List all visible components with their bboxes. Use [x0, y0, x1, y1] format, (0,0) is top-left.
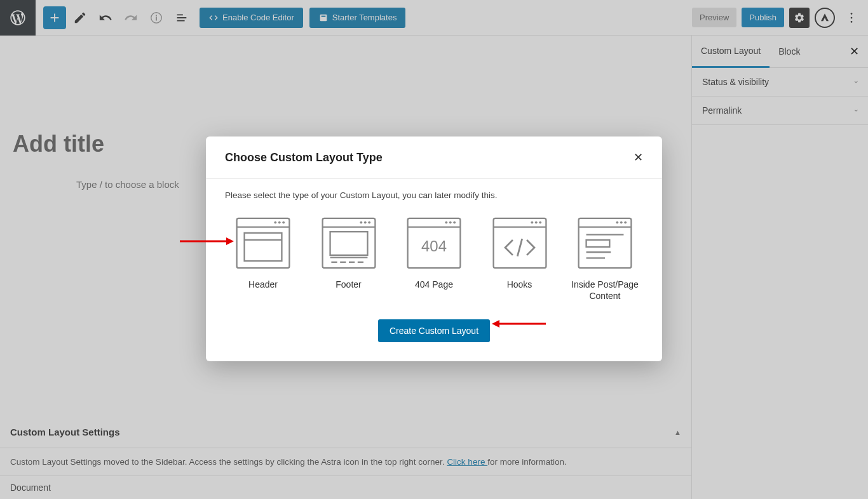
svg-point-14: [363, 222, 366, 224]
custom-layout-modal: Choose Custom Layout Type ✕ Please selec…: [206, 136, 662, 361]
layout-option-inside-content[interactable]: Inside Post/Page Content: [567, 215, 643, 302]
layout-option-label: 404 Page: [396, 279, 472, 290]
annotation-arrow-create: [492, 317, 549, 333]
layout-option-404[interactable]: 404 404 Page: [396, 215, 472, 302]
svg-rect-17: [330, 232, 367, 255]
svg-line-34: [517, 239, 522, 256]
create-custom-layout-button[interactable]: Create Custom Layout: [378, 319, 490, 342]
svg-text:404: 404: [421, 237, 447, 255]
layout-option-label: Hooks: [482, 279, 558, 290]
modal-header: Choose Custom Layout Type ✕: [206, 136, 662, 179]
svg-rect-10: [245, 233, 282, 261]
modal-body: Please select the type of your Custom La…: [206, 179, 662, 361]
footer-layout-icon: [320, 215, 378, 271]
svg-point-37: [620, 222, 623, 224]
layout-option-label: Inside Post/Page Content: [567, 279, 643, 302]
modal-title: Choose Custom Layout Type: [225, 151, 383, 164]
svg-rect-41: [587, 240, 610, 247]
annotation-arrow-header: [177, 235, 234, 250]
svg-point-9: [274, 222, 276, 224]
svg-point-38: [624, 222, 627, 224]
header-layout-icon: [234, 215, 292, 271]
svg-marker-45: [226, 237, 234, 245]
svg-point-16: [360, 222, 362, 224]
modal-close-button[interactable]: ✕: [634, 150, 643, 164]
svg-point-26: [453, 222, 456, 224]
svg-point-8: [282, 222, 285, 224]
inside-content-layout-icon: [576, 215, 634, 271]
layout-option-header[interactable]: Header: [225, 215, 301, 302]
svg-point-15: [368, 222, 370, 224]
modal-description: Please select the type of your Custom La…: [225, 190, 643, 200]
svg-rect-29: [493, 218, 546, 268]
404-layout-icon: 404: [405, 215, 463, 271]
layout-option-hooks[interactable]: Hooks: [482, 215, 558, 302]
svg-marker-47: [492, 320, 499, 328]
svg-point-25: [449, 222, 452, 224]
svg-point-27: [445, 222, 447, 224]
layout-option-footer[interactable]: Footer: [311, 215, 387, 302]
layout-option-label: Header: [225, 279, 301, 290]
svg-point-31: [534, 222, 537, 224]
svg-point-7: [278, 222, 281, 224]
svg-point-32: [539, 222, 541, 224]
modal-overlay: Choose Custom Layout Type ✕ Please selec…: [0, 0, 868, 499]
svg-point-39: [616, 222, 618, 224]
layout-options: Header Footer: [225, 215, 643, 302]
svg-point-33: [531, 222, 533, 224]
hooks-layout-icon: [491, 215, 549, 271]
layout-option-label: Footer: [311, 279, 387, 290]
